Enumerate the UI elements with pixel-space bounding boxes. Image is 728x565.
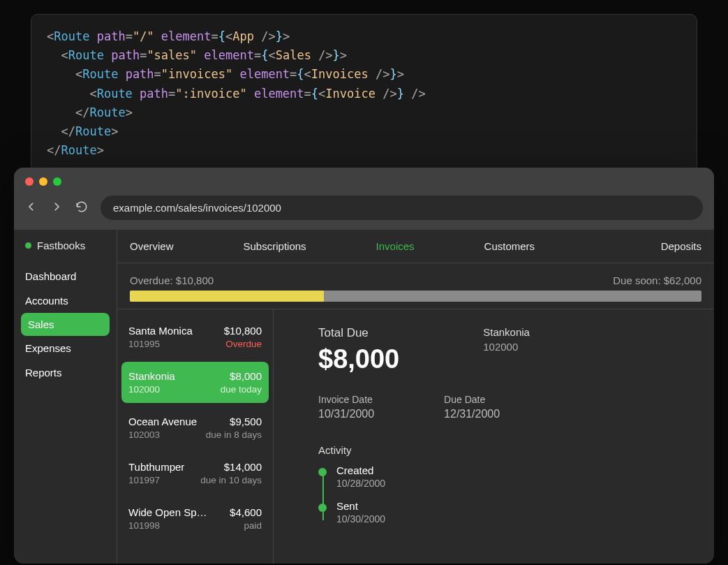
brand-dot-icon	[25, 242, 31, 249]
sidebar-item-reports[interactable]: Reports	[14, 360, 117, 385]
invoice-name: Wide Open Spaces	[128, 506, 212, 518]
browser-navbar: example.com/sales/invoices/102000	[25, 196, 703, 220]
activity-timeline: Created10/28/2000Sent10/30/2000	[318, 464, 714, 524]
minimize-icon[interactable]	[39, 177, 47, 186]
timeline-title: Created	[336, 464, 714, 476]
invoice-date-value: 10/31/2000	[318, 408, 374, 420]
browser-chrome: example.com/sales/invoices/102000	[14, 168, 714, 230]
main-panel: OverviewSubscriptionsInvoicesCustomersDe…	[117, 230, 714, 564]
code-block: <Route path="/" element={<App />}> <Rout…	[31, 14, 697, 173]
invoice-row[interactable]: Wide Open Spaces$4,600101998paid	[121, 498, 269, 539]
progress-overdue-segment	[130, 291, 324, 302]
due-date-label: Due Date	[444, 394, 500, 405]
timeline-date: 10/30/2000	[336, 513, 714, 524]
invoice-name: Santa Monica	[128, 325, 193, 337]
invoice-row[interactable]: Stankonia$8,000102000due today	[121, 362, 269, 403]
url-bar[interactable]: example.com/sales/invoices/102000	[101, 196, 703, 220]
tab-invoices[interactable]: Invoices	[376, 230, 415, 263]
tab-customers[interactable]: Customers	[484, 230, 535, 263]
brand: Fastbooks	[14, 240, 117, 260]
sidebar-item-sales[interactable]: Sales	[21, 313, 110, 336]
invoice-row[interactable]: Santa Monica$10,800101995Overdue	[121, 316, 269, 358]
due-date-value: 12/31/2000	[444, 408, 500, 420]
invoice-id: 102003	[128, 430, 160, 440]
invoice-amount: $4,600	[230, 506, 262, 518]
total-due-label: Total Due	[318, 326, 399, 340]
tab-subscriptions[interactable]: Subscriptions	[244, 230, 306, 263]
overdue-label: Overdue: $10,800	[130, 274, 214, 286]
invoice-id: 101997	[128, 475, 160, 485]
content: Santa Monica$10,800101995OverdueStankoni…	[117, 309, 714, 564]
invoice-name: Ocean Avenue	[128, 416, 197, 427]
client-name: Stankonia	[483, 326, 530, 338]
invoice-id: 101998	[128, 520, 160, 531]
invoice-list: Santa Monica$10,800101995OverdueStankoni…	[117, 309, 274, 564]
invoice-amount: $14,000	[224, 461, 262, 473]
forward-icon[interactable]	[50, 200, 63, 216]
tab-overview[interactable]: Overview	[130, 230, 174, 263]
back-icon[interactable]	[25, 200, 38, 216]
invoice-id: 101995	[128, 339, 160, 349]
invoice-amount: $10,800	[224, 325, 262, 337]
invoice-amount: $8,000	[230, 370, 262, 382]
traffic-lights	[25, 177, 703, 186]
invoice-status: paid	[244, 520, 262, 531]
sidebar-item-accounts[interactable]: Accounts	[14, 288, 117, 313]
invoice-status: due in 8 days	[206, 430, 262, 440]
summary-row: Overdue: $10,800 Due soon: $62,000	[117, 263, 714, 291]
activity-label: Activity	[318, 444, 714, 456]
invoice-status: due in 10 days	[200, 475, 262, 485]
tabs: OverviewSubscriptionsInvoicesCustomersDe…	[117, 230, 714, 263]
invoice-detail: Total Due $8,000 Stankonia 102000 Invoic…	[274, 309, 714, 564]
invoice-name: Tubthumper	[128, 461, 184, 473]
due-soon-label: Due soon: $62,000	[613, 274, 701, 286]
invoice-row[interactable]: Ocean Avenue$9,500102003due in 8 days	[121, 407, 269, 448]
invoice-id: 102000	[128, 384, 160, 395]
invoice-date-label: Invoice Date	[318, 394, 374, 405]
timeline-item: Sent10/30/2000	[336, 500, 714, 524]
timeline-title: Sent	[336, 500, 714, 512]
maximize-icon[interactable]	[53, 177, 61, 186]
timeline-date: 10/28/2000	[336, 478, 714, 489]
sidebar-nav: DashboardAccountsSalesExpensesReports	[14, 264, 117, 385]
brand-name: Fastbooks	[37, 240, 85, 251]
sidebar-item-dashboard[interactable]: Dashboard	[14, 264, 117, 288]
progress-bar	[130, 291, 701, 302]
invoice-status: Overdue	[225, 339, 262, 349]
invoice-name: Stankonia	[128, 370, 175, 382]
reload-icon[interactable]	[75, 200, 88, 216]
app-root: Fastbooks DashboardAccountsSalesExpenses…	[14, 230, 714, 564]
timeline-item: Created10/28/2000	[336, 464, 714, 489]
tab-deposits[interactable]: Deposits	[661, 230, 701, 263]
invoice-row[interactable]: Tubthumper$14,000101997due in 10 days	[121, 453, 269, 494]
close-icon[interactable]	[25, 177, 34, 186]
invoice-amount: $9,500	[230, 416, 262, 427]
sidebar: Fastbooks DashboardAccountsSalesExpenses…	[14, 230, 117, 564]
browser-window: example.com/sales/invoices/102000 Fastbo…	[14, 168, 714, 564]
total-due-amount: $8,000	[318, 344, 399, 374]
sidebar-item-expenses[interactable]: Expenses	[14, 336, 117, 360]
invoice-status: due today	[221, 384, 262, 395]
client-id: 102000	[483, 341, 530, 353]
